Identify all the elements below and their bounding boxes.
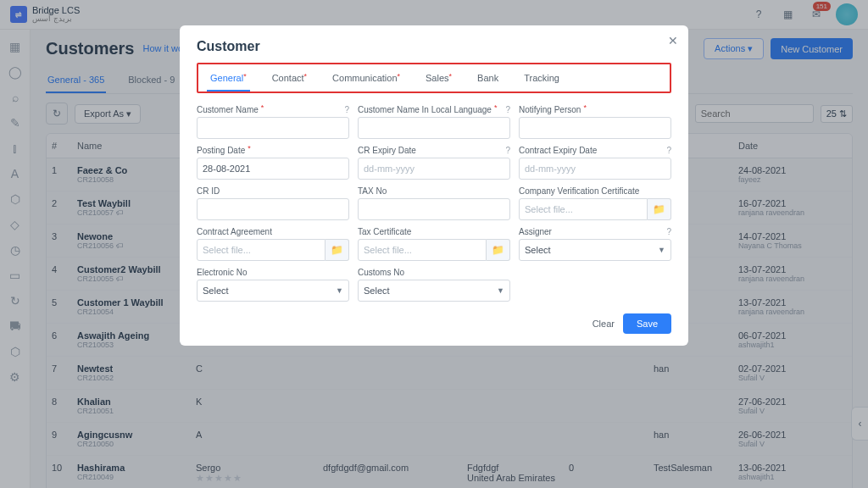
tab-sales[interactable]: Sales* [422, 66, 455, 92]
tab-general[interactable]: General* [207, 66, 250, 92]
posting-date-input[interactable] [197, 158, 349, 180]
contract-expiry-input[interactable] [519, 158, 671, 180]
customer-modal: ✕ Customer General* Contact* Communicati… [180, 25, 688, 346]
tab-tracking[interactable]: Tracking [520, 66, 563, 92]
clear-button[interactable]: Clear [593, 313, 615, 334]
info-icon[interactable]: ? [344, 105, 349, 114]
customer-name-local-input[interactable] [358, 117, 510, 139]
tax-no-input[interactable] [358, 198, 510, 220]
folder-icon[interactable]: 📁 [326, 239, 349, 261]
info-icon[interactable]: ? [505, 146, 510, 155]
notifying-person-input[interactable] [519, 117, 671, 139]
cr-id-input[interactable] [197, 198, 349, 220]
customs-no-select[interactable]: Select▼ [358, 280, 510, 302]
cr-expiry-input[interactable] [358, 158, 510, 180]
info-icon[interactable]: ? [505, 105, 510, 114]
info-icon[interactable]: ? [666, 227, 671, 236]
tab-contact[interactable]: Contact* [269, 66, 310, 92]
tab-bank[interactable]: Bank [474, 66, 502, 92]
modal-title: Customer [197, 39, 671, 54]
tax-certificate-file[interactable] [358, 239, 487, 261]
highlighted-tabs-wrap: General* Contact* Communication* Sales* … [197, 63, 671, 93]
electronic-no-select[interactable]: Select▼ [197, 280, 349, 302]
contract-agreement-file[interactable] [197, 239, 326, 261]
folder-icon[interactable]: 📁 [648, 198, 671, 220]
info-icon[interactable]: ? [666, 146, 671, 155]
save-button[interactable]: Save [623, 313, 671, 334]
customer-name-input[interactable] [197, 117, 349, 139]
company-cert-file[interactable] [519, 198, 648, 220]
modal-overlay: ✕ Customer General* Contact* Communicati… [0, 0, 868, 488]
tab-communication[interactable]: Communication* [329, 66, 403, 92]
close-icon[interactable]: ✕ [668, 34, 678, 47]
assigner-select[interactable]: Select▼ [519, 239, 671, 261]
folder-icon[interactable]: 📁 [487, 239, 510, 261]
